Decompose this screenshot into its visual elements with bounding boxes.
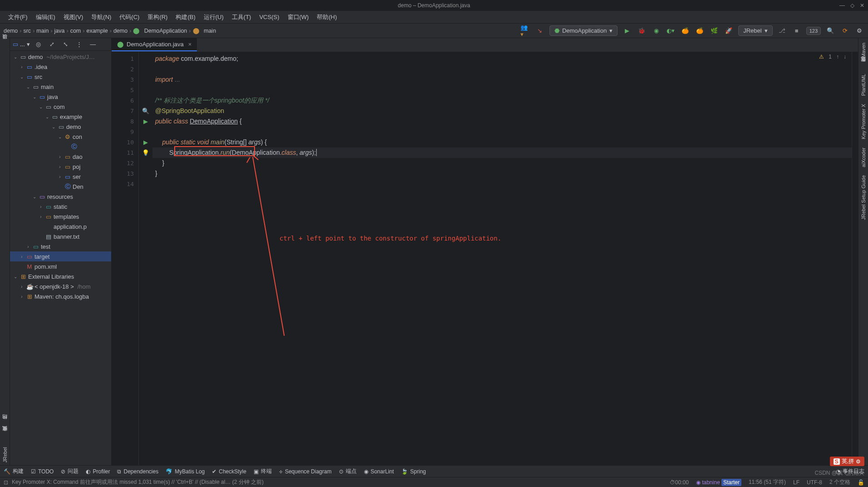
notification-count[interactable]: 123	[806, 27, 821, 35]
search-icon[interactable]: 🔍	[825, 26, 835, 36]
expand-icon[interactable]: ⤢	[47, 39, 57, 49]
tree-row[interactable]: ⌄▭main	[10, 82, 111, 92]
tree-row[interactable]: ›▭ser	[10, 172, 111, 182]
status-lock-icon[interactable]: 🔓	[858, 479, 864, 486]
hammer-icon[interactable]: ↘	[535, 26, 545, 36]
run-gutter-icon[interactable]: ▶	[143, 118, 148, 125]
rocket-icon[interactable]: 🚀	[724, 26, 734, 36]
next-highlight-icon[interactable]: ↓	[843, 54, 846, 60]
tree-row[interactable]: ›▭.idea	[10, 62, 111, 72]
tool-terminal[interactable]: ▣终端	[254, 467, 272, 475]
sidebar-tab-jrebel[interactable]: JRebel	[2, 444, 8, 465]
tool-endpoints[interactable]: ⊙端点	[339, 467, 357, 475]
jrebel-badge[interactable]: JRebel ▾	[738, 25, 772, 36]
maximize-icon[interactable]: ◇	[850, 2, 854, 9]
crumb-main[interactable]: main	[36, 28, 49, 34]
sidebar-tab-database[interactable]: 数据库	[860, 63, 867, 69]
crumb-com[interactable]: com	[70, 28, 81, 34]
sidebar-tab-plantuml[interactable]: PlantUML	[861, 71, 866, 98]
tree-row[interactable]: ⌄⊞External Libraries	[10, 271, 111, 281]
tree-row[interactable]: ›▭test	[10, 241, 111, 251]
jrebel-run-icon[interactable]: 🍊	[680, 26, 690, 36]
tree-row[interactable]: ›▭templates	[10, 212, 111, 221]
minimize-icon[interactable]: —	[839, 2, 845, 9]
menu-refactor[interactable]: 重构(R)	[144, 12, 171, 23]
user-face-icon[interactable]: 👥▾	[520, 26, 530, 36]
jrebel-debug-icon[interactable]: 🍊	[695, 26, 705, 36]
crumb-demo[interactable]: demo	[4, 28, 18, 34]
tool-profiler[interactable]: ◐Profiler	[86, 468, 110, 475]
sidebar-tab-maven[interactable]: Maven	[861, 40, 866, 60]
tree-row[interactable]: application.p	[10, 221, 111, 231]
sidebar-tab-structure[interactable]: 结构	[1, 421, 8, 426]
status-line-sep[interactable]: LF	[793, 479, 799, 486]
crumb-src[interactable]: src	[23, 28, 31, 34]
profile-button[interactable]: ◐▾	[666, 26, 676, 36]
menu-tools[interactable]: 工具(T)	[228, 12, 255, 23]
close-tab-icon[interactable]: ×	[188, 41, 192, 48]
tree-root[interactable]: ⌄ ▭ demo ~/IdeaProjects/J…	[10, 52, 111, 62]
settings-icon[interactable]: ⚙	[854, 26, 864, 36]
editor-tab-active[interactable]: ⬤ DemoApplication.java ×	[112, 38, 197, 51]
run-button[interactable]: ▶	[622, 26, 632, 36]
tool-mybatis[interactable]: 🐬MyBatis Log	[166, 468, 205, 475]
sidebar-tab-keypromoter[interactable]: Key Promoter X	[861, 101, 866, 142]
tree-row[interactable]: ⒸDen	[10, 182, 111, 192]
status-encoding[interactable]: UTF-8	[807, 479, 822, 486]
tree-row[interactable]: ⌄▭resources	[10, 192, 111, 202]
sidebar-tab-aixcoder[interactable]: aiXcoder	[861, 145, 866, 170]
tree-row[interactable]: Ⓒ	[10, 142, 111, 152]
menu-code[interactable]: 代码(C)	[116, 12, 143, 23]
status-tabnine[interactable]: ◉ tabnine Starter	[696, 479, 741, 486]
project-view-selector[interactable]: ▭...▾	[13, 41, 30, 48]
menu-window[interactable]: 窗口(W)	[284, 12, 313, 23]
tree-row[interactable]: ⌄▭com	[10, 102, 111, 112]
tree-row[interactable]: Mpom.xml	[10, 261, 111, 271]
hide-panel-icon[interactable]: —	[88, 39, 98, 49]
sidebar-tab-jrebel-setup[interactable]: JRebel Setup Guide	[861, 172, 866, 222]
status-indent[interactable]: 2 个空格	[829, 478, 850, 486]
status-stopwatch[interactable]: ⏱00:00	[670, 479, 689, 486]
prev-highlight-icon[interactable]: ↑	[836, 54, 839, 60]
menu-help[interactable]: 帮助(H)	[313, 12, 340, 23]
status-cursor-pos[interactable]: 11:56 (51 字符)	[749, 478, 786, 486]
run-config-selector[interactable]: ⬣ DemoApplication ▾	[549, 25, 618, 36]
error-stripe[interactable]	[852, 52, 858, 465]
crumb-class[interactable]: ⬤ DemoApplication	[133, 27, 187, 34]
tool-dependencies[interactable]: ⧉Dependencies	[117, 468, 158, 475]
stop-button[interactable]: ■	[792, 26, 802, 36]
menu-build[interactable]: 构建(B)	[172, 12, 199, 23]
run-gutter-icon-main[interactable]: ▶	[143, 139, 148, 146]
crumb-method[interactable]: ⬤ main	[193, 27, 216, 34]
code-editor[interactable]: package com.example.demo; import ... /**…	[152, 52, 852, 465]
tool-sonarlint[interactable]: ◉SonarLint	[364, 468, 394, 475]
tree-row[interactable]: ⌄▭java	[10, 92, 111, 102]
tree-row[interactable]: ›▭poj	[10, 162, 111, 172]
tree-row[interactable]: ›⊞Maven: ch.qos.logba	[10, 291, 111, 301]
menu-edit[interactable]: 编辑(E)	[32, 12, 59, 23]
collapse-icon[interactable]: ⤡	[61, 39, 71, 49]
sidebar-tab-favorites[interactable]: 收藏夹	[1, 433, 8, 438]
git-icon[interactable]: ⎇	[777, 26, 787, 36]
status-icon[interactable]: ⊡	[4, 479, 8, 486]
search-gutter-icon[interactable]: 🔍	[142, 108, 149, 114]
line-number-gutter[interactable]: 123567891011121314	[112, 52, 139, 465]
leaf-icon[interactable]: 🌿	[709, 26, 719, 36]
tree-row[interactable]: ›☕< openjdk-18 >/hom	[10, 281, 111, 291]
tree-row[interactable]: ⌄▭src	[10, 72, 111, 82]
menu-run[interactable]: 运行(U)	[200, 12, 227, 23]
more-icon[interactable]: ⋮	[74, 39, 84, 49]
tree-row[interactable]: ⌄▭demo	[10, 122, 111, 132]
crumb-example[interactable]: example	[86, 28, 108, 34]
tool-sequence[interactable]: ⟡Sequence Diagram	[279, 468, 332, 475]
tree-row[interactable]: ›▭dao	[10, 152, 111, 162]
debug-button[interactable]: 🐞	[637, 26, 647, 36]
tool-todo[interactable]: ☑TODO	[31, 468, 54, 475]
menu-navigate[interactable]: 导航(N)	[88, 12, 115, 23]
tool-problems[interactable]: ⊘问题	[61, 467, 78, 475]
bulb-icon[interactable]: 💡	[142, 149, 149, 156]
sync-icon[interactable]: ⟳	[840, 26, 850, 36]
tool-checkstyle[interactable]: ✔CheckStyle	[212, 468, 246, 475]
crumb-java[interactable]: java	[54, 28, 65, 34]
menu-view[interactable]: 视图(V)	[60, 12, 87, 23]
